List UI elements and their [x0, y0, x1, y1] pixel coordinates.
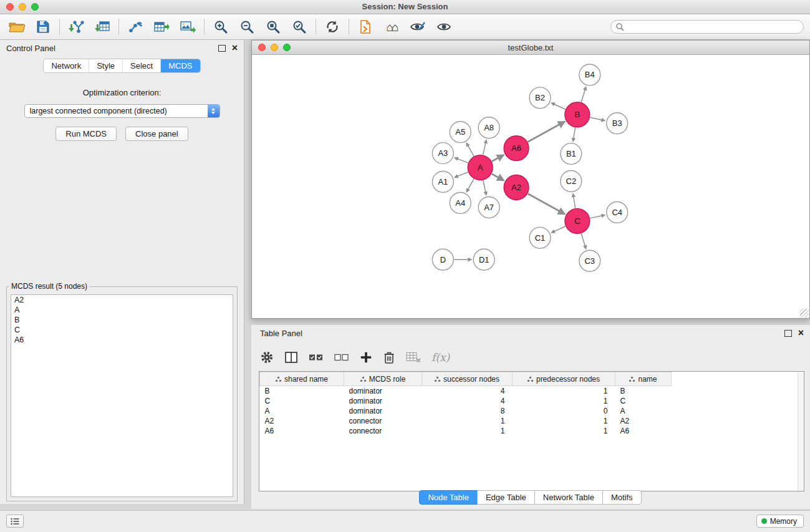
function-builder-button[interactable]: f(x) — [432, 351, 450, 364]
graph-node-A[interactable]: A — [468, 155, 493, 180]
graph-edge-B-B1[interactable] — [573, 127, 576, 141]
node-table[interactable]: shared nameMCDS rolesuccessor nodesprede… — [259, 371, 804, 491]
tab-mcds[interactable]: MCDS — [161, 59, 200, 72]
zoom-fit-button[interactable] — [260, 17, 286, 37]
float-panel-icon[interactable] — [218, 45, 226, 52]
add-column-button[interactable] — [360, 347, 372, 367]
column-visibility-button[interactable] — [284, 347, 298, 367]
tab-style[interactable]: Style — [89, 59, 123, 72]
table-cell[interactable]: 1 — [422, 416, 513, 426]
table-cell[interactable]: A2 — [260, 416, 344, 426]
network-canvas[interactable]: B4B2BB3A8A5A6A3B1AA1C2A2A4A7C4CC1C3DD1 — [252, 55, 809, 318]
graph-node-C2[interactable]: C2 — [561, 171, 582, 192]
network-window-titlebar[interactable]: testGlobe.txt — [252, 41, 809, 55]
graph-node-C1[interactable]: C1 — [529, 227, 551, 248]
graph-node-A1[interactable]: A1 — [432, 172, 453, 193]
graph-edge-B-B4[interactable] — [581, 87, 586, 102]
column-header-successor-nodes[interactable]: successor nodes — [422, 372, 513, 386]
graph-node-A6[interactable]: A6 — [504, 136, 529, 161]
table-cell[interactable]: A2 — [615, 416, 672, 426]
run-mcds-button[interactable]: Run MCDS — [55, 127, 117, 141]
graph-node-B4[interactable]: B4 — [579, 64, 600, 85]
graph-edge-B-B2[interactable] — [551, 103, 566, 109]
graph-edge-C-C2[interactable] — [573, 193, 576, 208]
graph-node-A2[interactable]: A2 — [504, 175, 529, 200]
tab-motifs[interactable]: Motifs — [602, 490, 642, 505]
graph-edge-A-A7[interactable] — [483, 180, 486, 195]
close-panel-icon[interactable]: × — [232, 43, 238, 53]
table-cell[interactable]: B — [260, 386, 344, 397]
table-cell[interactable]: 1 — [513, 386, 615, 397]
save-session-button[interactable] — [30, 17, 56, 37]
graph-node-A5[interactable]: A5 — [450, 122, 471, 143]
zoom-in-button[interactable] — [208, 17, 234, 37]
optimization-criterion-select[interactable]: largest connected component (directed) — [24, 104, 220, 118]
open-session-button[interactable] — [4, 17, 30, 37]
refresh-button[interactable] — [319, 17, 345, 37]
graph-node-A4[interactable]: A4 — [450, 192, 471, 213]
tab-edge-table[interactable]: Edge Table — [477, 490, 535, 505]
table-cell[interactable]: A — [260, 406, 344, 416]
graph-edge-A6-B[interactable] — [528, 122, 564, 142]
graph-node-C[interactable]: C — [565, 208, 590, 233]
export-image-button[interactable] — [175, 17, 201, 37]
document-panel-button[interactable] — [352, 17, 378, 37]
export-network-button[interactable] — [122, 17, 148, 37]
import-table-button[interactable] — [89, 17, 115, 37]
close-panel-button[interactable]: Close panel — [125, 127, 188, 141]
mcds-result-list[interactable]: A2 A B C A6 — [11, 294, 233, 497]
table-cell[interactable]: C — [260, 396, 344, 406]
table-row[interactable]: Bdominator41B — [260, 386, 804, 397]
table-cell[interactable]: dominator — [344, 386, 422, 397]
graph-edge-A-A3[interactable] — [455, 158, 468, 163]
table-cell[interactable]: A6 — [260, 426, 344, 436]
search-input[interactable] — [610, 20, 804, 34]
table-cell[interactable]: dominator — [344, 406, 422, 416]
graph-edge-A-A2[interactable] — [492, 174, 504, 181]
home-view-button[interactable]: ⌂⌂ — [378, 17, 405, 37]
table-cell[interactable]: 4 — [422, 396, 513, 406]
column-header-shared-name[interactable]: shared name — [260, 372, 344, 386]
graph-node-A7[interactable]: A7 — [478, 196, 499, 218]
deselect-all-button[interactable] — [334, 347, 349, 367]
graph-node-C3[interactable]: C3 — [579, 250, 600, 271]
network-graph[interactable]: B4B2BB3A8A5A6A3B1AA1C2A2A4A7C4CC1C3DD1 — [252, 55, 809, 318]
table-cell[interactable]: 1 — [513, 416, 615, 426]
column-header-MCDS-role[interactable]: MCDS role — [344, 372, 422, 386]
table-row[interactable]: A6connector11A6 — [260, 426, 804, 436]
list-item[interactable]: B — [11, 315, 233, 325]
table-cell[interactable]: 4 — [422, 386, 513, 397]
table-row[interactable]: A2connector11A2 — [260, 416, 804, 426]
table-cell[interactable]: A6 — [615, 426, 672, 436]
graph-node-A8[interactable]: A8 — [478, 117, 499, 138]
zoom-out-button[interactable] — [234, 17, 260, 37]
graph-node-C4[interactable]: C4 — [607, 201, 628, 223]
column-header-name[interactable]: name — [615, 372, 672, 386]
export-table-button[interactable] — [148, 17, 175, 37]
graph-node-B[interactable]: B — [565, 102, 590, 127]
table-scrollbar[interactable] — [798, 372, 804, 491]
graph-edge-C-C1[interactable] — [551, 226, 566, 233]
table-cell[interactable]: B — [615, 386, 672, 397]
graph-node-D[interactable]: D — [432, 249, 453, 270]
table-settings-button[interactable] — [260, 347, 274, 367]
table-cell[interactable]: connector — [344, 416, 422, 426]
graph-edge-A-A6[interactable] — [492, 155, 504, 161]
table-row[interactable]: Cdominator41C — [260, 396, 804, 406]
delete-button[interactable] — [383, 347, 395, 367]
tab-network-table[interactable]: Network Table — [534, 490, 603, 505]
memory-button[interactable]: Memory — [756, 515, 804, 528]
list-item[interactable]: C — [11, 325, 233, 335]
task-history-button[interactable] — [6, 515, 24, 528]
show-details-button[interactable] — [431, 17, 457, 37]
graph-node-B3[interactable]: B3 — [607, 113, 628, 134]
graph-edge-A-A8[interactable] — [483, 140, 486, 155]
table-cell[interactable]: A — [615, 406, 672, 416]
graph-edge-A-A1[interactable] — [455, 172, 468, 177]
table-cell[interactable]: 1 — [513, 426, 615, 436]
float-panel-icon[interactable] — [784, 330, 792, 337]
table-row[interactable]: Adominator80A — [260, 406, 804, 416]
tab-node-table[interactable]: Node Table — [419, 490, 478, 505]
graph-node-B1[interactable]: B1 — [561, 143, 582, 165]
table-cell[interactable]: dominator — [344, 396, 422, 406]
